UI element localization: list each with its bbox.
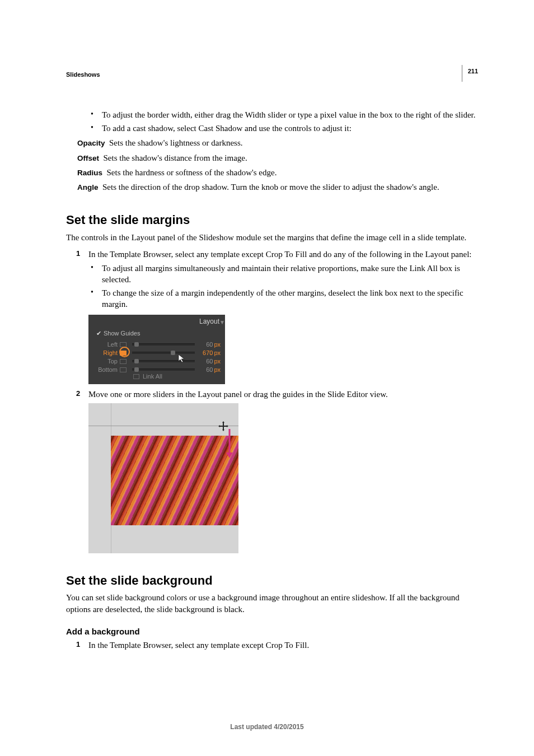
definition-text: Sets the direction of the drop shadow. T… (102, 183, 439, 192)
body-text: To change the size of a margin independe… (102, 287, 478, 310)
slider-value: 60px (198, 357, 221, 366)
definition-term: Offset (77, 154, 99, 162)
definition-text: Sets the shadow's distance from the imag… (104, 153, 247, 162)
figure-layout-panel: Layout ▼ ✔Show Guides Left 60px Right 67… (88, 315, 225, 384)
bullet-icon: • (91, 109, 102, 120)
guide-line (88, 426, 238, 426)
body-text: To adjust all margins simultaneously and… (102, 263, 478, 286)
definition-text: Sets the shadow's lightness or darkness. (109, 138, 243, 147)
step-text: In the Template Browser, select any temp… (88, 249, 472, 260)
body-text: You can set slide background colors or u… (66, 592, 478, 615)
link-all-checkbox: Link All (133, 372, 162, 381)
slider-label: Right (94, 349, 118, 357)
slider-label: Top (94, 357, 118, 366)
running-header: Slideshows (66, 71, 478, 79)
link-checkbox (120, 359, 127, 364)
heading-set-slide-margins: Set the slide margins (66, 212, 478, 228)
definition-term: Opacity (77, 139, 105, 147)
bottom-slider (132, 368, 195, 371)
link-checkbox (120, 367, 127, 372)
step-text: In the Template Browser, select any temp… (88, 640, 309, 651)
drag-arrow-icon (225, 428, 234, 459)
panel-title: Layout (199, 317, 219, 326)
page-number: 211 (468, 67, 478, 76)
page-footer: Last updated 4/20/2015 (0, 722, 534, 731)
step-number: 1 (76, 249, 88, 259)
heading-set-slide-background: Set the slide background (66, 572, 478, 589)
definition-text: Sets the hardness or softness of the sha… (107, 168, 277, 177)
bullet-icon: • (91, 123, 102, 133)
definition-term: Radius (77, 169, 102, 177)
body-text: To adjust the border width, either drag … (102, 109, 476, 120)
page-number-rule (462, 65, 462, 82)
heading-add-background: Add a background (66, 626, 478, 637)
slider-value: 670px (198, 349, 221, 357)
bullet-icon: • (91, 263, 102, 273)
slide-image (111, 436, 238, 525)
step-text: Move one or more sliders in the Layout p… (88, 389, 388, 400)
checkmark-icon: ✔ (96, 330, 101, 337)
definition-term: Angle (77, 183, 99, 192)
slider-label: Bottom (94, 366, 118, 374)
left-slider (132, 343, 195, 346)
show-guides-checkbox: ✔Show Guides (96, 329, 140, 338)
body-text: The controls in the Layout panel of the … (66, 232, 478, 243)
step-number: 2 (76, 389, 88, 399)
callout-circle-icon (119, 347, 130, 357)
cursor-icon (178, 354, 187, 363)
bullet-icon: • (91, 287, 102, 298)
collapse-icon: ▼ (219, 319, 225, 326)
step-number: 1 (76, 640, 88, 650)
body-text: To add a cast shadow, select Cast Shadow… (102, 123, 352, 134)
figure-slide-editor-guides (88, 403, 238, 553)
slider-value: 60px (198, 366, 221, 374)
slider-value: 60px (198, 340, 221, 349)
slider-label: Left (94, 340, 118, 349)
